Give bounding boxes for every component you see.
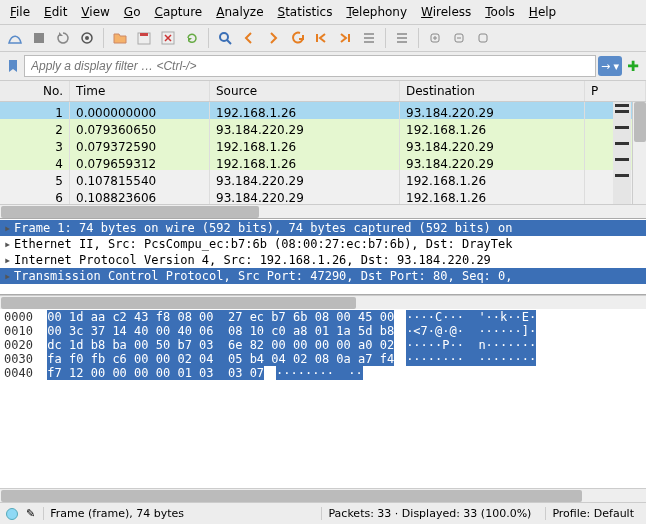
add-filter-button[interactable]: ✚ [624, 57, 642, 75]
shark-fin-icon[interactable] [4, 27, 26, 49]
packet-row[interactable]: 30.079372590192.168.1.2693.184.220.29 [0, 136, 646, 153]
open-icon[interactable] [109, 27, 131, 49]
status-bar: ✎ Frame (frame), 74 bytes Packets: 33 · … [0, 502, 646, 524]
detail-row[interactable]: ▸Ethernet II, Src: PcsCompu_ec:b7:6b (08… [0, 236, 646, 252]
svg-rect-0 [34, 33, 44, 43]
reload-icon[interactable] [181, 27, 203, 49]
svg-rect-9 [479, 34, 487, 42]
options-icon[interactable] [76, 27, 98, 49]
menu-view[interactable]: View [75, 2, 115, 22]
packet-row[interactable]: 20.07936065093.184.220.29192.168.1.26 [0, 119, 646, 136]
minimap[interactable] [613, 102, 631, 204]
zoom-out-icon[interactable] [448, 27, 470, 49]
col-header-destination[interactable]: Destination [400, 81, 585, 101]
packet-row[interactable]: 10.000000000192.168.1.2693.184.220.29 [0, 102, 646, 119]
first-icon[interactable] [310, 27, 332, 49]
menu-edit[interactable]: Edit [38, 2, 73, 22]
hex-hscrollbar[interactable] [0, 488, 646, 502]
prev-icon[interactable] [238, 27, 260, 49]
svg-point-6 [220, 33, 228, 41]
hex-row[interactable]: 0000 00 1d aa c2 43 f8 08 00 27 ec b7 6b… [4, 310, 642, 324]
packet-row[interactable]: 60.10882360693.184.220.29192.168.1.26 [0, 187, 646, 204]
find-icon[interactable] [214, 27, 236, 49]
packet-list-header[interactable]: No. Time Source Destination P [0, 80, 646, 102]
hex-row[interactable]: 0010 00 3c 37 14 40 00 40 06 08 10 c0 a8… [4, 324, 642, 338]
svg-point-2 [85, 36, 89, 40]
vertical-scrollbar[interactable] [632, 102, 646, 204]
filter-toolbar: → ▾ ✚ [0, 52, 646, 80]
menu-analyze[interactable]: Analyze [210, 2, 269, 22]
status-packets: Packets: 33 · Displayed: 33 (100.0%) [321, 507, 537, 520]
packet-row[interactable]: 50.10781554093.184.220.29192.168.1.26 [0, 170, 646, 187]
status-frame: Frame (frame), 74 bytes [43, 507, 313, 520]
edit-icon[interactable]: ✎ [26, 507, 35, 520]
stop-icon[interactable] [28, 27, 50, 49]
packet-bytes-pane[interactable]: 0000 00 1d aa c2 43 f8 08 00 27 ec b7 6b… [0, 309, 646, 488]
hex-row[interactable]: 0040 f7 12 00 00 00 00 01 03 03 07······… [4, 366, 642, 380]
next-icon[interactable] [262, 27, 284, 49]
col-header-time[interactable]: Time [70, 81, 210, 101]
detail-row[interactable]: ▸Transmission Control Protocol, Src Port… [0, 268, 646, 284]
menu-telephony[interactable]: Telephony [340, 2, 413, 22]
main-toolbar [0, 25, 646, 52]
last-icon[interactable] [334, 27, 356, 49]
col-header-no[interactable]: No. [0, 81, 70, 101]
zoom-reset-icon[interactable] [472, 27, 494, 49]
autoscroll-icon[interactable] [358, 27, 380, 49]
status-profile[interactable]: Profile: Default [545, 507, 640, 520]
menu-capture[interactable]: Capture [148, 2, 208, 22]
display-filter-input[interactable] [24, 55, 596, 77]
hex-row[interactable]: 0020 dc 1d b8 ba 00 50 b7 03 6e 82 00 00… [4, 338, 642, 352]
menu-statistics[interactable]: Statistics [272, 2, 339, 22]
menu-tools[interactable]: Tools [479, 2, 521, 22]
col-header-protocol[interactable]: P [585, 81, 646, 101]
hex-row[interactable]: 0030 fa f0 fb c6 00 00 02 04 05 b4 04 02… [4, 352, 642, 366]
menu-wireless[interactable]: Wireless [415, 2, 477, 22]
packet-list-pane: No. Time Source Destination P 10.0000000… [0, 80, 646, 219]
packet-row[interactable]: 40.079659312192.168.1.2693.184.220.29 [0, 153, 646, 170]
colorize-icon[interactable] [391, 27, 413, 49]
details-hscrollbar[interactable] [0, 295, 646, 309]
restart-icon[interactable] [52, 27, 74, 49]
zoom-in-icon[interactable] [424, 27, 446, 49]
detail-row[interactable]: ▸Internet Protocol Version 4, Src: 192.1… [0, 252, 646, 268]
packet-details-pane[interactable]: ▸Frame 1: 74 bytes on wire (592 bits), 7… [0, 219, 646, 295]
jump-icon[interactable] [286, 27, 308, 49]
expert-info-icon[interactable] [6, 508, 18, 520]
horizontal-scrollbar[interactable] [0, 204, 646, 218]
menu-go[interactable]: Go [118, 2, 147, 22]
menu-bar: FileEditViewGoCaptureAnalyzeStatisticsTe… [0, 0, 646, 25]
close-icon[interactable] [157, 27, 179, 49]
detail-row[interactable]: ▸Frame 1: 74 bytes on wire (592 bits), 7… [0, 220, 646, 236]
apply-filter-button[interactable]: → ▾ [598, 56, 622, 76]
bookmark-icon[interactable] [4, 57, 22, 75]
col-header-source[interactable]: Source [210, 81, 400, 101]
menu-help[interactable]: Help [523, 2, 562, 22]
svg-rect-4 [140, 33, 148, 36]
menu-file[interactable]: File [4, 2, 36, 22]
save-icon[interactable] [133, 27, 155, 49]
